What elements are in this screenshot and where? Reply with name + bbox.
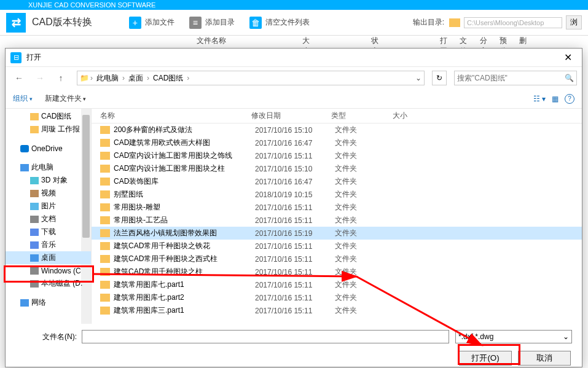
sidebar-item-label: 音乐 xyxy=(41,240,56,250)
sidebar-item[interactable]: 3D 对象 xyxy=(6,174,91,187)
sidebar-item-label: 文档 xyxy=(41,214,56,224)
file-row[interactable]: 常用图块-工艺品2017/10/16 15:11文件夹 xyxy=(92,214,582,227)
file-name: 建筑CAD常用千种图块之铁花 xyxy=(114,241,255,251)
file-row[interactable]: CAD建筑常用欧式铁画大样图2017/10/16 16:47文件夹 xyxy=(92,136,582,149)
clear-list-button[interactable]: 🗑清空文件列表 xyxy=(249,17,310,29)
filetype-combo[interactable]: *.dxf *.dwg ⌄ xyxy=(455,330,572,343)
breadcrumb[interactable]: 📁 › 此电脑 › 桌面 › CAD图纸 › ⌄ xyxy=(77,71,425,85)
app-list-headers: 文件名称 大小 状态 打开 文件夹 分享 预览 删 xyxy=(0,36,588,48)
add-file-button[interactable]: +添加文件 xyxy=(129,17,174,29)
sidebar-item[interactable]: 视频 xyxy=(6,187,91,200)
file-row[interactable]: 建筑常用图库七.part22017/10/16 15:11文件夹 xyxy=(92,291,582,304)
file-type: 文件夹 xyxy=(335,202,396,213)
sidebar-item-label: 3D 对象 xyxy=(41,175,68,186)
col-type[interactable]: 类型 xyxy=(331,111,393,121)
up-button[interactable]: ↑ xyxy=(52,71,69,85)
file-row[interactable]: 建筑CAD常用千种图块之铁花2017/10/16 15:11文件夹 xyxy=(92,240,582,253)
file-name: CAD室内设计施工图常用图块之饰线 xyxy=(114,151,255,161)
chevron-down-icon: ⌄ xyxy=(563,332,569,341)
file-name: 建筑CAD常用千种图块之西式柱 xyxy=(114,254,255,264)
folder-icon xyxy=(100,294,110,302)
breadcrumb-part[interactable]: 桌面 xyxy=(126,73,146,84)
file-date: 2017/10/16 15:11 xyxy=(255,255,335,264)
help-icon[interactable]: ? xyxy=(565,94,574,104)
file-type: 文件夹 xyxy=(335,241,396,251)
file-row[interactable]: 别墅图纸2018/10/19 10:15文件夹 xyxy=(92,188,582,201)
organize-menu[interactable]: 组织 xyxy=(13,93,33,104)
file-name: CAD室内设计施工图常用图块之柱 xyxy=(114,163,255,174)
search-box[interactable]: 🔍 xyxy=(454,71,577,85)
file-row[interactable]: 建筑CAD常用千种图块之西式柱2017/10/16 15:11文件夹 xyxy=(92,253,582,265)
new-folder-button[interactable]: 新建文件夹 xyxy=(45,93,87,104)
sidebar-item[interactable]: 本地磁盘 (D: xyxy=(6,277,91,290)
folder-icon xyxy=(100,268,110,276)
breadcrumb-part[interactable]: CAD图纸 xyxy=(151,73,186,84)
sidebar-item[interactable]: Windows (C xyxy=(6,264,91,277)
file-name: CAD装饰图库 xyxy=(114,176,255,187)
folder-icon xyxy=(449,18,460,27)
folder-icon xyxy=(100,178,110,186)
breadcrumb-part[interactable]: 此电脑 xyxy=(94,73,121,84)
filename-input[interactable] xyxy=(82,330,449,343)
music-icon xyxy=(30,241,39,249)
app-title: CAD版本转换 xyxy=(32,16,92,29)
file-date: 2017/10/16 16:47 xyxy=(255,178,335,186)
forward-button[interactable]: → xyxy=(31,71,49,85)
sidebar-item[interactable]: 周璇 工作报 xyxy=(6,123,91,136)
file-date: 2017/10/16 15:11 xyxy=(255,203,335,212)
sidebar-item[interactable]: CAD图纸 xyxy=(6,110,91,123)
sidebar-item-label: OneDrive xyxy=(31,144,63,153)
sidebar-item-label: 图片 xyxy=(41,201,56,211)
folder-icon xyxy=(100,152,110,160)
open-button[interactable]: 打开(O) xyxy=(459,351,512,366)
file-type: 文件夹 xyxy=(335,215,396,225)
file-type: 文件夹 xyxy=(335,280,396,290)
dialog-toolbar: 组织 新建文件夹 ☷ ▾ ▦ ? xyxy=(6,89,582,109)
folder-icon xyxy=(30,113,39,120)
browse-button[interactable]: 浏 xyxy=(566,15,582,29)
file-row[interactable]: 建筑CAD常用千种图块之柱2017/10/16 15:11文件夹 xyxy=(92,265,582,278)
file-row[interactable]: CAD室内设计施工图常用图块之饰线2017/10/16 15:11文件夹 xyxy=(92,149,582,162)
add-dir-button[interactable]: ≡添加目录 xyxy=(189,17,235,29)
file-row[interactable]: CAD室内设计施工图常用图块之柱2017/10/16 15:10文件夹 xyxy=(92,162,582,175)
file-type: 文件夹 xyxy=(335,163,396,174)
file-row[interactable]: CAD装饰图库2017/10/16 16:47文件夹 xyxy=(92,175,582,188)
dialog-nav: ← → ↑ 📁 › 此电脑 › 桌面 › CAD图纸 › ⌄ ↻ 🔍 xyxy=(6,67,582,89)
pic-icon xyxy=(30,203,39,210)
file-date: 2017/10/16 15:11 xyxy=(255,307,335,315)
col-size[interactable]: 大小 xyxy=(393,111,442,121)
folder-icon xyxy=(30,126,39,133)
file-name: 建筑常用图库三.part1 xyxy=(114,305,255,316)
file-row[interactable]: 常用图块-雕塑2017/10/16 15:11文件夹 xyxy=(92,201,582,214)
close-button[interactable]: ✕ xyxy=(559,52,577,63)
open-dialog: ⊟ 打开 ✕ ← → ↑ 📁 › 此电脑 › 桌面 › CAD图纸 › ⌄ ↻ … xyxy=(5,48,582,367)
sidebar-item-label: 桌面 xyxy=(41,253,56,263)
sidebar-item[interactable]: 文档 xyxy=(6,213,91,225)
file-row[interactable]: 建筑常用图库三.part12017/10/16 15:11文件夹 xyxy=(92,304,582,317)
file-type: 文件夹 xyxy=(335,189,396,200)
col-date[interactable]: 修改日期 xyxy=(251,111,331,121)
col-name[interactable]: 名称 xyxy=(92,111,251,121)
sidebar-item[interactable]: 图片 xyxy=(6,200,91,213)
sidebar-item[interactable]: 桌面 xyxy=(6,251,91,264)
file-row[interactable]: 法兰西风格小镇规划图带效果图2017/10/16 15:19文件夹 xyxy=(92,227,582,240)
cancel-button[interactable]: 取消 xyxy=(518,351,571,366)
file-row[interactable]: 建筑常用图库七.part12017/10/16 15:11文件夹 xyxy=(92,278,582,291)
sidebar-item[interactable]: OneDrive xyxy=(6,142,91,155)
folder-icon xyxy=(100,165,110,173)
dl-icon xyxy=(30,229,39,236)
view-list-icon[interactable]: ☷ ▾ xyxy=(533,95,546,103)
sidebar-item-label: 网络 xyxy=(31,297,46,308)
search-icon: 🔍 xyxy=(565,74,574,82)
sidebar-item[interactable]: 下载 xyxy=(6,225,91,238)
refresh-button[interactable]: ↻ xyxy=(432,71,447,85)
sidebar-item-label: 下载 xyxy=(41,227,56,237)
sidebar-item[interactable]: 网络 xyxy=(6,296,91,309)
output-path-input[interactable]: C:\Users\Mloong\Desktop xyxy=(464,17,562,28)
back-button[interactable]: ← xyxy=(10,71,28,85)
search-input[interactable] xyxy=(457,74,565,82)
view-details-icon[interactable]: ▦ xyxy=(552,95,559,103)
file-row[interactable]: 200多种窗的样式及做法2017/10/16 15:10文件夹 xyxy=(92,123,582,136)
sidebar-item[interactable]: 此电脑 xyxy=(6,161,91,174)
sidebar-item[interactable]: 音乐 xyxy=(6,238,91,251)
